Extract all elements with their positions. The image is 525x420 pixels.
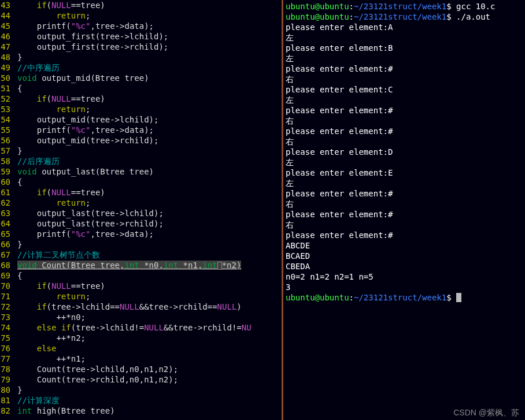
code-line[interactable]: 53 return; [0, 104, 282, 114]
code-content[interactable]: output_last(tree->rchild); [17, 218, 282, 229]
code-content[interactable]: ++*n0; [17, 312, 282, 322]
code-content[interactable]: return; [17, 104, 282, 114]
code-content[interactable]: int high(Btree tree) [17, 406, 282, 416]
terminal-output-line: please enter element:# [286, 188, 523, 199]
code-line[interactable]: 67//计算二叉树节点个数 [0, 250, 282, 260]
code-line[interactable]: 77 ++*n1; [0, 354, 282, 364]
code-line[interactable]: 49//中序遍历 [0, 62, 282, 73]
code-line[interactable]: 47 output_first(tree->rchild); [0, 42, 282, 52]
code-content[interactable]: void output_last(Btree tree) [17, 166, 282, 177]
code-line[interactable]: 79 Count(tree->rchild,n0,n1,n2); [0, 374, 282, 385]
code-line[interactable]: 68void Count(Btree tree,int *n0,int *n1,… [0, 260, 282, 270]
line-number: 78 [0, 364, 17, 374]
code-content[interactable]: if(NULL==tree) [17, 94, 282, 104]
code-line[interactable]: 78 Count(tree->lchild,n0,n1,n2); [0, 364, 282, 374]
terminal-prompt[interactable]: ubuntu@ubuntu:~/23121struct/week1$ [286, 292, 523, 303]
line-number: 64 [0, 218, 17, 229]
code-content[interactable]: return; [17, 291, 282, 302]
code-line[interactable]: 80} [0, 385, 282, 395]
code-content[interactable]: } [17, 239, 282, 250]
line-number: 68 [0, 260, 17, 270]
code-content[interactable]: output_first(tree->lchild); [17, 31, 282, 42]
code-line[interactable]: 75 ++*n2; [0, 333, 282, 343]
code-line[interactable]: 48} [0, 52, 282, 62]
line-number: 70 [0, 281, 17, 291]
terminal-output-line: please enter element:# [286, 230, 523, 240]
code-line[interactable]: 69{ [0, 270, 282, 281]
code-content[interactable]: ++*n2; [17, 333, 282, 343]
code-line[interactable]: 43 if(NULL==tree) [0, 0, 282, 10]
code-content[interactable]: output_last(tree->lchild); [17, 208, 282, 218]
code-line[interactable]: 52 if(NULL==tree) [0, 94, 282, 104]
code-line[interactable]: 58//后序遍历 [0, 156, 282, 166]
code-content[interactable]: printf("%c",tree->data); [17, 125, 282, 135]
code-content[interactable]: { [17, 270, 282, 281]
code-line[interactable]: 60{ [0, 177, 282, 187]
code-line[interactable]: 50void output_mid(Btree tree) [0, 73, 282, 83]
code-editor-pane[interactable]: 43 if(NULL==tree)44 return;45 printf("%c… [0, 0, 282, 420]
code-content[interactable]: else if(tree->lchild!=NULL&&tree->rchild… [17, 322, 282, 333]
terminal-output-line: 左 [286, 95, 523, 105]
code-line[interactable]: 51{ [0, 83, 282, 94]
code-content[interactable]: void output_mid(Btree tree) [17, 73, 282, 83]
line-number: 52 [0, 94, 17, 104]
code-content[interactable]: else [17, 343, 282, 354]
code-line[interactable]: 70 if(NULL==tree) [0, 281, 282, 291]
code-line[interactable]: 45 printf("%c",tree->data); [0, 21, 282, 31]
code-line[interactable]: 61 if(NULL==tree) [0, 187, 282, 198]
code-line[interactable]: 64 output_last(tree->rchild); [0, 218, 282, 229]
code-line[interactable]: 46 output_first(tree->lchild); [0, 31, 282, 42]
code-content[interactable]: return; [17, 198, 282, 208]
code-content[interactable]: if(NULL==tree) [17, 0, 282, 10]
code-content[interactable]: output_mid(tree->rchild); [17, 135, 282, 146]
code-content[interactable]: void Count(Btree tree,int *n0,int *n1,in… [17, 260, 282, 270]
terminal-output-line: please enter element:B [286, 43, 523, 53]
code-content[interactable]: //计算深度 [17, 395, 282, 406]
code-content[interactable]: //后序遍历 [17, 156, 282, 166]
code-line[interactable]: 54 output_mid(tree->lchild); [0, 114, 282, 125]
code-line[interactable]: 81//计算深度 [0, 395, 282, 406]
code-line[interactable]: 82int high(Btree tree) [0, 406, 282, 416]
code-content[interactable]: output_mid(tree->lchild); [17, 114, 282, 125]
terminal-output-line: 左 [286, 178, 523, 188]
code-line[interactable]: 62 return; [0, 198, 282, 208]
code-content[interactable]: } [17, 52, 282, 62]
code-content[interactable]: Count(tree->lchild,n0,n1,n2); [17, 364, 282, 374]
code-line[interactable]: 66} [0, 239, 282, 250]
code-line[interactable]: 57} [0, 146, 282, 156]
code-content[interactable]: //中序遍历 [17, 62, 282, 73]
code-line[interactable]: 74 else if(tree->lchild!=NULL&&tree->rch… [0, 322, 282, 333]
line-number: 82 [0, 406, 17, 416]
code-content[interactable]: ++*n1; [17, 354, 282, 364]
code-line[interactable]: 55 printf("%c",tree->data); [0, 125, 282, 135]
line-number: 75 [0, 333, 17, 343]
code-line[interactable]: 71 return; [0, 291, 282, 302]
code-line[interactable]: 56 output_mid(tree->rchild); [0, 135, 282, 146]
code-line[interactable]: 44 return; [0, 10, 282, 21]
code-line[interactable]: 63 output_last(tree->lchild); [0, 208, 282, 218]
code-content[interactable]: if(tree->lchild==NULL&&tree->rchild==NUL… [17, 302, 282, 312]
code-content[interactable]: } [17, 385, 282, 395]
code-content[interactable]: //计算二叉树节点个数 [17, 250, 282, 260]
code-content[interactable]: } [17, 146, 282, 156]
line-number: 50 [0, 73, 17, 83]
code-line[interactable]: 73 ++*n0; [0, 312, 282, 322]
code-line[interactable]: 59void output_last(Btree tree) [0, 166, 282, 177]
code-content[interactable]: return; [17, 10, 282, 21]
code-content[interactable]: if(NULL==tree) [17, 281, 282, 291]
code-content[interactable]: printf("%c",tree->data); [17, 229, 282, 239]
code-content[interactable]: printf("%c",tree->data); [17, 21, 282, 31]
code-content[interactable]: { [17, 177, 282, 187]
line-number: 59 [0, 166, 17, 177]
line-number: 66 [0, 239, 17, 250]
code-content[interactable]: Count(tree->rchild,n0,n1,n2); [17, 374, 282, 385]
code-content[interactable]: { [17, 83, 282, 94]
line-number: 48 [0, 52, 17, 62]
code-line[interactable]: 72 if(tree->lchild==NULL&&tree->rchild==… [0, 302, 282, 312]
code-line[interactable]: 76 else [0, 343, 282, 354]
code-line[interactable]: 65 printf("%c",tree->data); [0, 229, 282, 239]
line-number: 79 [0, 374, 17, 385]
terminal-pane[interactable]: ubuntu@ubuntu:~/23121struct/week1$ gcc 1… [283, 0, 525, 420]
code-content[interactable]: output_first(tree->rchild); [17, 42, 282, 52]
code-content[interactable]: if(NULL==tree) [17, 187, 282, 198]
